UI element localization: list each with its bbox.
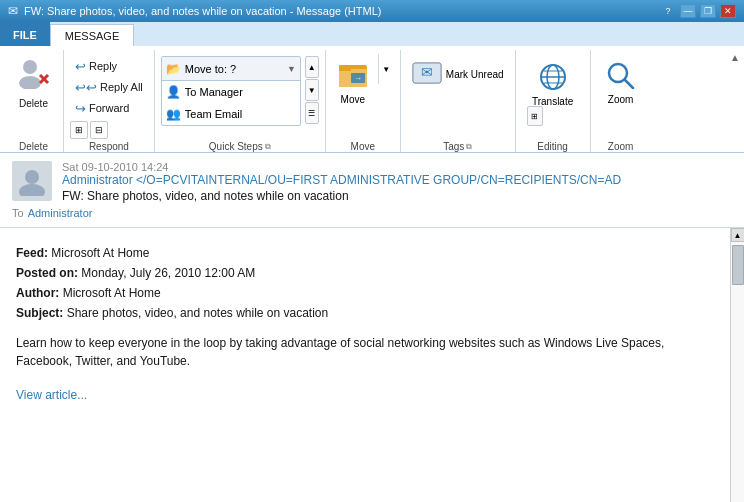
tab-message[interactable]: MESSAGE bbox=[50, 24, 134, 46]
team-email-label: Team Email bbox=[185, 108, 242, 120]
email-view: Sat 09-10-2010 14:24 Administrator </O=P… bbox=[0, 153, 744, 502]
quick-steps-group-label: Quick Steps ⧉ bbox=[161, 141, 319, 152]
ribbon-group-quick-steps: 📂 Move to: ? ▼ 👤 To Manager 👥 Team Email… bbox=[155, 50, 326, 152]
move-icon: → bbox=[337, 61, 369, 92]
scrollbar-thumb[interactable] bbox=[732, 245, 744, 285]
tags-expand-icon: ⧉ bbox=[466, 142, 472, 152]
email-header: Sat 09-10-2010 14:24 Administrator </O=P… bbox=[0, 153, 744, 228]
team-email-button[interactable]: 👥 Team Email bbox=[162, 103, 300, 125]
move-to-label: Move to: ? bbox=[185, 63, 283, 75]
respond-group-label: Respond bbox=[70, 141, 148, 152]
email-scrollbar[interactable]: ▲ ▼ bbox=[730, 228, 744, 502]
quick-steps-scroll-down[interactable]: ▼ bbox=[305, 79, 319, 101]
svg-text:→: → bbox=[354, 74, 362, 83]
title-bar: ✉ FW: Share photos, video, and notes whi… bbox=[0, 0, 744, 22]
window-controls: ? — ❐ ✕ bbox=[660, 4, 736, 18]
email-feed-info: Feed: Microsoft At Home Posted on: Monda… bbox=[16, 244, 714, 322]
ribbon-tabs: FILE MESSAGE bbox=[0, 22, 744, 46]
svg-line-18 bbox=[625, 80, 633, 88]
svg-rect-6 bbox=[339, 65, 351, 71]
move-to-dropdown-icon: ▼ bbox=[287, 64, 296, 74]
editing-extra-1[interactable]: ⊞ bbox=[527, 106, 543, 126]
to-manager-icon: 👤 bbox=[166, 85, 181, 99]
move-dropdown-arrow[interactable]: ▼ bbox=[378, 54, 394, 84]
ribbon-collapse[interactable]: ▲ bbox=[730, 50, 740, 152]
scrollbar-up[interactable]: ▲ bbox=[731, 228, 745, 242]
email-subject: FW: Share photos, video, and notes while… bbox=[62, 189, 732, 203]
reply-button[interactable]: ↩ Reply bbox=[70, 56, 148, 76]
ribbon-group-zoom: Zoom Zoom bbox=[591, 50, 651, 152]
ribbon-group-delete: Delete Delete bbox=[4, 50, 64, 152]
email-meta: Sat 09-10-2010 14:24 Administrator </O=P… bbox=[62, 161, 732, 203]
sender-avatar bbox=[12, 161, 52, 201]
to-manager-label: To Manager bbox=[185, 86, 243, 98]
mark-unread-button[interactable]: ✉ Mark Unread bbox=[407, 56, 509, 93]
tab-file[interactable]: FILE bbox=[0, 22, 50, 46]
ribbon-group-editing: Translate ⊞ Editing bbox=[516, 50, 591, 152]
reply-all-icon: ↩↩ bbox=[75, 80, 97, 95]
email-to-name: Administrator bbox=[28, 207, 93, 219]
reply-icon: ↩ bbox=[75, 59, 86, 74]
ribbon-group-tags: ✉ Mark Unread Tags ⧉ bbox=[401, 50, 516, 152]
ribbon-group-respond: ↩ Reply ↩↩ Reply All ↪ Forward ⊞ ⊟ Respo… bbox=[64, 50, 155, 152]
move-group-label: Move bbox=[332, 141, 394, 152]
reply-all-button[interactable]: ↩↩ Reply All bbox=[70, 77, 148, 97]
forward-icon: ↪ bbox=[75, 101, 86, 116]
zoom-group-label: Zoom bbox=[597, 141, 645, 152]
zoom-button[interactable]: Zoom bbox=[599, 54, 643, 118]
move-button[interactable]: → Move bbox=[332, 54, 374, 118]
email-body: Feed: Microsoft At Home Posted on: Monda… bbox=[0, 228, 730, 502]
respond-extra-1[interactable]: ⊞ bbox=[70, 121, 88, 139]
minimize-button[interactable]: — bbox=[680, 4, 696, 18]
mark-unread-icon: ✉ bbox=[412, 59, 442, 90]
respond-extra-2[interactable]: ⊟ bbox=[90, 121, 108, 139]
zoom-label: Zoom bbox=[608, 94, 634, 105]
delete-label: Delete bbox=[19, 98, 48, 109]
help-button[interactable]: ? bbox=[660, 4, 676, 18]
app-icon: ✉ bbox=[8, 4, 18, 18]
svg-point-20 bbox=[19, 184, 45, 196]
svg-point-1 bbox=[19, 76, 41, 89]
move-to-icon: 📂 bbox=[166, 62, 181, 76]
delete-icon bbox=[18, 57, 50, 96]
email-to-row: To Administrator bbox=[12, 207, 732, 219]
to-manager-button[interactable]: 👤 To Manager bbox=[162, 81, 300, 103]
translate-icon bbox=[537, 63, 569, 94]
restore-button[interactable]: ❐ bbox=[700, 4, 716, 18]
forward-button[interactable]: ↪ Forward bbox=[70, 98, 148, 118]
team-email-icon: 👥 bbox=[166, 107, 181, 121]
ribbon: Delete Delete ↩ Reply ↩↩ Reply All ↪ For… bbox=[0, 46, 744, 153]
email-date: Sat 09-10-2010 14:24 bbox=[62, 161, 732, 173]
editing-group-label: Editing bbox=[522, 141, 584, 152]
email-view-article-link[interactable]: View article... bbox=[16, 386, 714, 404]
svg-point-19 bbox=[25, 170, 39, 184]
email-body-wrapper: Feed: Microsoft At Home Posted on: Monda… bbox=[0, 228, 744, 502]
window-title: FW: Share photos, video, and notes while… bbox=[24, 5, 381, 17]
close-button[interactable]: ✕ bbox=[720, 4, 736, 18]
quick-steps-scroll-up[interactable]: ▲ bbox=[305, 56, 319, 78]
email-body-text: Learn how to keep everyone in the loop b… bbox=[16, 334, 714, 370]
move-to-button[interactable]: 📂 Move to: ? ▼ bbox=[162, 57, 300, 81]
mark-unread-label: Mark Unread bbox=[446, 69, 504, 81]
svg-text:✉: ✉ bbox=[421, 64, 433, 80]
email-from: Administrator </O=PCVITAINTERNAL/OU=FIRS… bbox=[62, 173, 732, 187]
tags-group-label: Tags ⧉ bbox=[407, 141, 509, 152]
scrollbar-track[interactable] bbox=[731, 242, 745, 502]
delete-button[interactable]: Delete bbox=[15, 54, 53, 106]
ribbon-group-move: → Move ▼ Move bbox=[326, 50, 401, 152]
quick-steps-expand-icon: ⧉ bbox=[265, 142, 271, 152]
move-label: Move bbox=[341, 94, 365, 105]
svg-point-0 bbox=[23, 60, 37, 74]
zoom-icon bbox=[606, 61, 636, 92]
delete-group-label: Delete bbox=[10, 141, 57, 152]
quick-steps-more[interactable]: ☰ bbox=[305, 102, 319, 124]
